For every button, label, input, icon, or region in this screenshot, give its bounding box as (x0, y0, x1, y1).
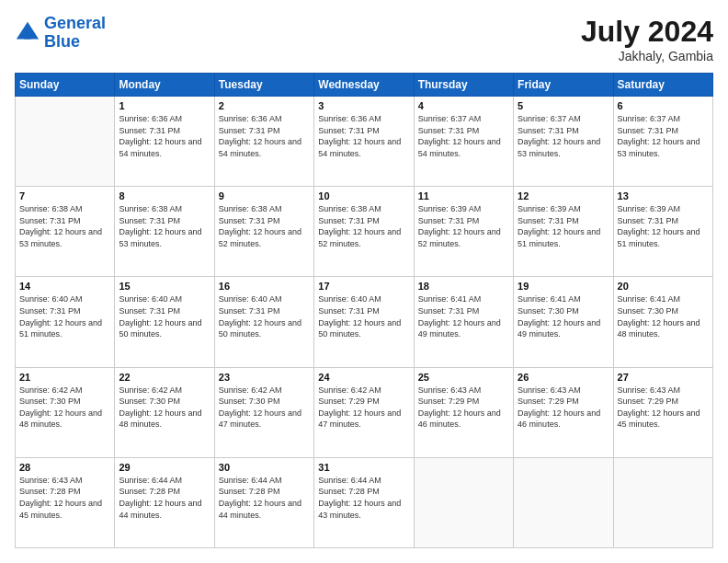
table-row: 26Sunrise: 6:43 AMSunset: 7:29 PMDayligh… (514, 367, 613, 457)
day-number: 12 (518, 190, 609, 201)
daylight-text: Daylight: 12 hours and 51 minutes. (618, 227, 700, 248)
daylight-text: Daylight: 12 hours and 49 minutes. (418, 318, 501, 339)
table-row (514, 457, 613, 547)
cell-info: Sunrise: 6:38 AMSunset: 7:31 PMDaylight:… (318, 203, 409, 249)
sunset-text: Sunset: 7:28 PM (19, 487, 81, 496)
cell-info: Sunrise: 6:44 AMSunset: 7:28 PMDaylight:… (219, 475, 310, 521)
cell-info: Sunrise: 6:41 AMSunset: 7:30 PMDaylight:… (518, 293, 609, 339)
sunset-text: Sunset: 7:31 PM (119, 216, 180, 225)
cell-info: Sunrise: 6:39 AMSunset: 7:31 PMDaylight:… (518, 203, 609, 249)
cell-info: Sunrise: 6:42 AMSunset: 7:30 PMDaylight:… (219, 385, 310, 431)
calendar-week-row: 28Sunrise: 6:43 AMSunset: 7:28 PMDayligh… (16, 457, 713, 547)
cell-info: Sunrise: 6:38 AMSunset: 7:31 PMDaylight:… (119, 203, 210, 249)
sunset-text: Sunset: 7:31 PM (19, 216, 81, 225)
cell-info: Sunrise: 6:36 AMSunset: 7:31 PMDaylight:… (219, 113, 310, 159)
col-sunday: Sunday (16, 74, 115, 97)
table-row: 24Sunrise: 6:42 AMSunset: 7:29 PMDayligh… (314, 367, 414, 457)
table-row: 10Sunrise: 6:38 AMSunset: 7:31 PMDayligh… (314, 187, 414, 277)
sunset-text: Sunset: 7:31 PM (318, 126, 380, 135)
sunrise-text: Sunrise: 6:38 AM (119, 204, 182, 213)
day-number: 16 (219, 281, 310, 292)
cell-info: Sunrise: 6:36 AMSunset: 7:31 PMDaylight:… (318, 113, 409, 159)
cell-info: Sunrise: 6:37 AMSunset: 7:31 PMDaylight:… (418, 113, 509, 159)
daylight-text: Daylight: 12 hours and 52 minutes. (418, 227, 501, 248)
day-number: 24 (318, 372, 409, 383)
daylight-text: Daylight: 12 hours and 54 minutes. (219, 137, 301, 158)
day-number: 28 (19, 462, 110, 473)
daylight-text: Daylight: 12 hours and 53 minutes. (618, 137, 700, 158)
table-row: 22Sunrise: 6:42 AMSunset: 7:30 PMDayligh… (115, 367, 214, 457)
table-row: 16Sunrise: 6:40 AMSunset: 7:31 PMDayligh… (214, 277, 313, 367)
cell-info: Sunrise: 6:42 AMSunset: 7:30 PMDaylight:… (119, 385, 210, 431)
day-number: 11 (418, 190, 509, 201)
month-year: July 2024 (581, 15, 713, 49)
sunset-text: Sunset: 7:30 PM (518, 306, 579, 316)
table-row: 18Sunrise: 6:41 AMSunset: 7:31 PMDayligh… (414, 277, 513, 367)
table-row: 31Sunrise: 6:44 AMSunset: 7:28 PMDayligh… (314, 457, 414, 547)
cell-info: Sunrise: 6:36 AMSunset: 7:31 PMDaylight:… (119, 113, 210, 159)
sunrise-text: Sunrise: 6:41 AM (518, 294, 581, 304)
cell-info: Sunrise: 6:42 AMSunset: 7:29 PMDaylight:… (318, 385, 409, 431)
day-number: 25 (418, 372, 509, 383)
col-wednesday: Wednesday (314, 74, 414, 97)
sunrise-text: Sunrise: 6:40 AM (19, 294, 83, 304)
table-row (414, 457, 513, 547)
sunset-text: Sunset: 7:31 PM (618, 216, 679, 225)
daylight-text: Daylight: 12 hours and 48 minutes. (618, 318, 700, 339)
sunrise-text: Sunrise: 6:38 AM (318, 204, 381, 213)
day-number: 9 (219, 190, 310, 201)
sunset-text: Sunset: 7:31 PM (119, 126, 180, 135)
table-row: 25Sunrise: 6:43 AMSunset: 7:29 PMDayligh… (414, 367, 513, 457)
cell-info: Sunrise: 6:41 AMSunset: 7:31 PMDaylight:… (418, 293, 509, 339)
cell-info: Sunrise: 6:37 AMSunset: 7:31 PMDaylight:… (618, 113, 709, 159)
daylight-text: Daylight: 12 hours and 52 minutes. (318, 227, 401, 248)
sunrise-text: Sunrise: 6:39 AM (618, 204, 681, 213)
day-number: 1 (119, 100, 210, 111)
sunset-text: Sunset: 7:28 PM (219, 487, 280, 496)
daylight-text: Daylight: 12 hours and 45 minutes. (19, 499, 102, 520)
table-row: 27Sunrise: 6:43 AMSunset: 7:29 PMDayligh… (613, 367, 712, 457)
table-row: 2Sunrise: 6:36 AMSunset: 7:31 PMDaylight… (214, 97, 313, 187)
sunset-text: Sunset: 7:30 PM (219, 396, 280, 406)
sunset-text: Sunset: 7:31 PM (418, 306, 480, 316)
sunset-text: Sunset: 7:31 PM (219, 216, 280, 225)
sunrise-text: Sunrise: 6:44 AM (219, 476, 282, 485)
sunset-text: Sunset: 7:30 PM (119, 396, 180, 406)
calendar-week-row: 21Sunrise: 6:42 AMSunset: 7:30 PMDayligh… (16, 367, 713, 457)
daylight-text: Daylight: 12 hours and 51 minutes. (518, 227, 600, 248)
sunrise-text: Sunrise: 6:39 AM (418, 204, 482, 213)
day-number: 27 (618, 372, 709, 383)
table-row: 20Sunrise: 6:41 AMSunset: 7:30 PMDayligh… (613, 277, 712, 367)
table-row: 15Sunrise: 6:40 AMSunset: 7:31 PMDayligh… (115, 277, 214, 367)
day-number: 14 (19, 281, 110, 292)
sunrise-text: Sunrise: 6:41 AM (618, 294, 681, 304)
day-number: 26 (518, 372, 609, 383)
daylight-text: Daylight: 12 hours and 52 minutes. (219, 227, 301, 248)
table-row: 11Sunrise: 6:39 AMSunset: 7:31 PMDayligh… (414, 187, 513, 277)
cell-info: Sunrise: 6:40 AMSunset: 7:31 PMDaylight:… (19, 293, 110, 339)
sunrise-text: Sunrise: 6:37 AM (418, 114, 482, 123)
day-number: 15 (119, 281, 210, 292)
table-row: 21Sunrise: 6:42 AMSunset: 7:30 PMDayligh… (16, 367, 115, 457)
sunset-text: Sunset: 7:31 PM (418, 216, 480, 225)
sunset-text: Sunset: 7:31 PM (518, 126, 579, 135)
day-number: 18 (418, 281, 509, 292)
sunrise-text: Sunrise: 6:42 AM (19, 385, 83, 395)
calendar-week-row: 1Sunrise: 6:36 AMSunset: 7:31 PMDaylight… (16, 97, 713, 187)
daylight-text: Daylight: 12 hours and 44 minutes. (119, 499, 201, 520)
sunrise-text: Sunrise: 6:40 AM (119, 294, 182, 304)
sunset-text: Sunset: 7:28 PM (318, 487, 380, 496)
table-row: 28Sunrise: 6:43 AMSunset: 7:28 PMDayligh… (16, 457, 115, 547)
sunrise-text: Sunrise: 6:43 AM (19, 476, 83, 485)
col-friday: Friday (514, 74, 613, 97)
sunrise-text: Sunrise: 6:40 AM (318, 294, 381, 304)
sunrise-text: Sunrise: 6:43 AM (518, 385, 581, 395)
cell-info: Sunrise: 6:39 AMSunset: 7:31 PMDaylight:… (418, 203, 509, 249)
sunrise-text: Sunrise: 6:39 AM (518, 204, 581, 213)
cell-info: Sunrise: 6:42 AMSunset: 7:30 PMDaylight:… (19, 385, 110, 431)
sunrise-text: Sunrise: 6:38 AM (219, 204, 282, 213)
daylight-text: Daylight: 12 hours and 44 minutes. (219, 499, 301, 520)
table-row: 12Sunrise: 6:39 AMSunset: 7:31 PMDayligh… (514, 187, 613, 277)
logo-line1: General (44, 14, 106, 32)
table-row: 3Sunrise: 6:36 AMSunset: 7:31 PMDaylight… (314, 97, 414, 187)
